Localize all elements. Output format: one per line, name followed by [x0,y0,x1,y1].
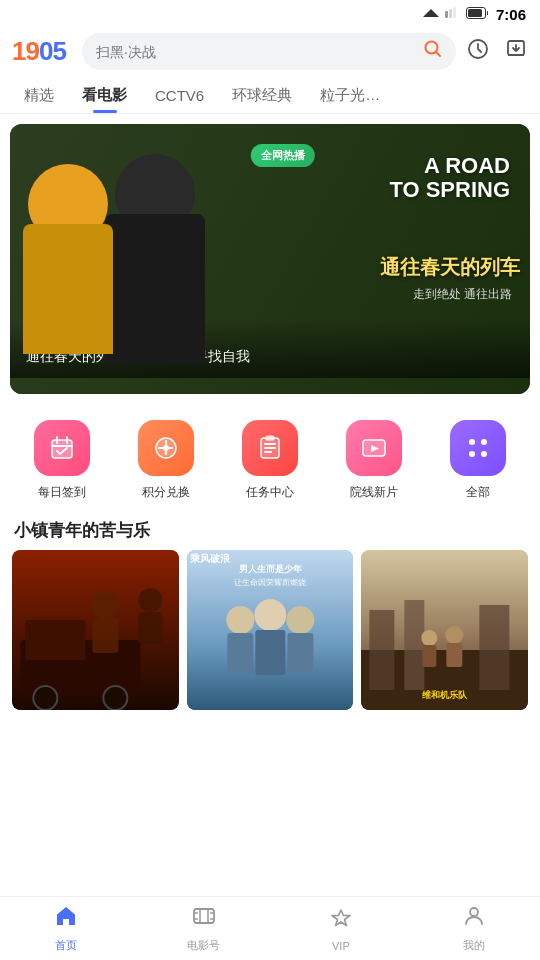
svg-rect-41 [480,605,510,690]
svg-text:让生命因荣耀而燃烧: 让生命因荣耀而燃烧 [234,578,306,587]
movie-card-1[interactable]: VIP 7.0 [12,550,179,710]
home-icon [54,904,78,934]
search-button[interactable] [424,40,442,63]
svg-point-21 [33,686,57,710]
app-logo: 1905 [12,36,72,67]
banner-hot-badge: 全网热播 [251,144,315,167]
svg-rect-20 [25,620,85,660]
svg-rect-31 [255,630,285,675]
svg-rect-2 [453,7,456,18]
svg-rect-29 [227,633,253,673]
svg-rect-33 [287,633,313,673]
bnav-vip[interactable]: VIP [309,902,373,956]
svg-rect-40 [405,600,425,690]
bnav-home-label: 首页 [55,938,77,953]
svg-point-28 [226,606,254,634]
download-button[interactable] [504,37,528,67]
qa-daily-signin[interactable]: 每日签到 [34,420,90,501]
banner[interactable]: 全网热播 A ROAD TO SPRING 通往春天的列车 走到绝处 通往出路 … [10,124,530,394]
tab-cctv6[interactable]: CCTV6 [141,79,218,112]
svg-point-14 [469,439,475,445]
banner-title-cn: 通往春天的列车 [380,254,520,281]
svg-point-25 [138,588,162,612]
tab-lizi[interactable]: 粒子光… [306,78,394,113]
svg-rect-0 [445,11,448,18]
time-display: 7:06 [496,6,526,23]
qa-daily-signin-icon [34,420,90,476]
qa-points-exchange-icon [138,420,194,476]
history-button[interactable] [466,37,490,67]
svg-text:男人生而是少年: 男人生而是少年 [238,564,303,574]
bnav-movies-label: 电影号 [187,938,220,953]
tab-jingxuan[interactable]: 精选 [10,78,68,113]
bnav-vip-label: VIP [332,940,350,952]
movie-thumb-1: VIP 7.0 [12,550,179,710]
search-input[interactable] [96,44,416,60]
bottom-nav: 首页 电影号 VIP 我的 [0,896,540,960]
quick-actions: 每日签到 积分兑换 任务中心 院线新片 [0,404,540,509]
qa-all[interactable]: 全部 [450,420,506,501]
svg-rect-8 [52,440,72,458]
svg-point-16 [469,451,475,457]
bnav-movies[interactable]: 电影号 [167,900,240,957]
banner-figure-1 [18,164,118,354]
qa-points-exchange[interactable]: 积分兑换 [138,420,194,501]
qa-points-label: 积分兑换 [142,484,190,501]
svg-point-17 [481,451,487,457]
profile-icon [462,904,486,934]
bnav-profile-label: 我的 [463,938,485,953]
movie-card-3[interactable]: 维和机乐队 2017.9.30 7.6 [361,550,528,710]
svg-point-15 [481,439,487,445]
svg-point-30 [254,599,286,631]
svg-rect-24 [92,618,118,653]
tab-kandianying[interactable]: 看电影 [68,78,141,113]
svg-rect-39 [370,610,395,690]
svg-point-22 [103,686,127,710]
svg-rect-12 [266,436,274,440]
movie-card-2[interactable]: 男人生而是少年 让生命因荣耀而燃烧 乘风破浪 3/17 震撼上映 8.0 [187,550,354,710]
svg-rect-26 [138,612,162,644]
bnav-home[interactable]: 首页 [34,900,98,957]
svg-rect-1 [449,9,452,18]
status-icons [423,7,490,22]
movie-thumb-3: 维和机乐队 2017.9.30 7.6 [361,550,528,710]
section-title: 小镇青年的苦与乐 [0,509,540,550]
nav-tabs: 精选 看电影 CCTV6 环球经典 粒子光… [0,78,540,114]
svg-text:维和机乐队: 维和机乐队 [422,689,468,700]
svg-point-32 [286,606,314,634]
qa-cinema-icon [346,420,402,476]
bnav-profile[interactable]: 我的 [442,900,506,957]
search-bar[interactable] [82,33,456,70]
svg-point-23 [91,591,119,619]
qa-task-label: 任务中心 [246,484,294,501]
svg-rect-47 [194,909,214,923]
svg-point-42 [422,630,438,646]
qa-cinema-label: 院线新片 [350,484,398,501]
header-actions [466,37,528,67]
banner-section: 全网热播 A ROAD TO SPRING 通往春天的列车 走到绝处 通往出路 … [0,114,540,404]
banner-subtitle: 走到绝处 通往出路 [413,286,512,303]
movies-icon [192,904,216,934]
movie-thumb-2: 男人生而是少年 让生命因荣耀而燃烧 乘风破浪 3/17 震撼上映 8.0 [187,550,354,710]
status-bar: 7:06 [0,0,540,29]
qa-task-center[interactable]: 任务中心 [242,420,298,501]
svg-rect-4 [468,9,482,17]
svg-rect-45 [447,643,463,667]
svg-point-10 [163,445,169,451]
svg-point-48 [470,908,478,916]
qa-cinema-new[interactable]: 院线新片 [346,420,402,501]
movie-grid: VIP 7.0 [0,550,540,726]
vip-icon [329,906,353,936]
header: 1905 [0,29,540,78]
qa-all-label: 全部 [466,484,490,501]
tab-huanqiu[interactable]: 环球经典 [218,78,306,113]
svg-point-44 [446,626,464,644]
svg-text:乘风破浪: 乘风破浪 [190,553,231,564]
svg-rect-43 [423,645,437,667]
qa-daily-signin-label: 每日签到 [38,484,86,501]
banner-title-en: A ROAD TO SPRING [389,154,510,202]
qa-task-center-icon [242,420,298,476]
qa-all-icon [450,420,506,476]
